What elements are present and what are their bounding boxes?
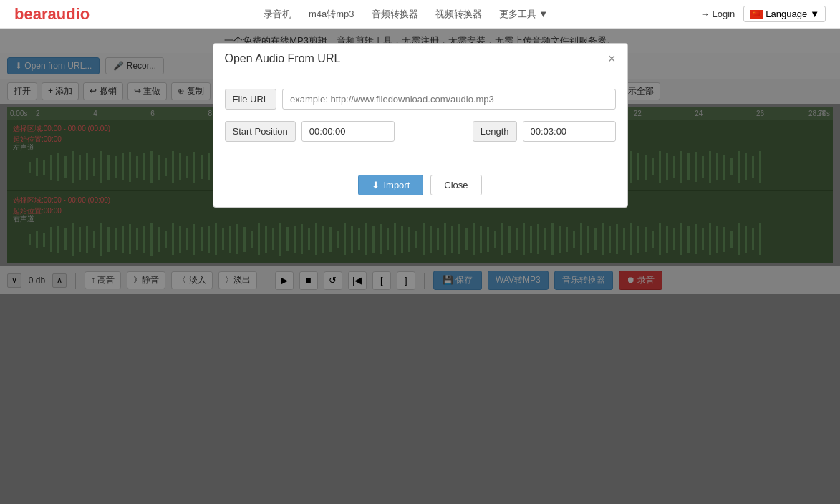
nav-m4a[interactable]: m4a转mp3: [309, 8, 354, 21]
nav-links: 录音机 m4a转mp3 音频转换器 视频转换器 更多工具 ▼: [111, 8, 700, 21]
file-url-row: File URL: [225, 89, 616, 110]
close-button[interactable]: Close: [430, 175, 481, 195]
modal-footer: ⬇ Import Close: [213, 168, 627, 207]
modal-title: Open Audio From URL: [225, 52, 341, 65]
file-url-input[interactable]: [282, 89, 615, 110]
main-area: 一个免费的在线MP3剪辑、音频剪辑工具，无需注册，无需安装，无需上传音频文件到服…: [0, 29, 840, 504]
length-label: Length: [473, 121, 517, 142]
header: bearaudio 录音机 m4a转mp3 音频转换器 视频转换器 更多工具 ▼…: [0, 0, 840, 29]
import-label: Import: [383, 180, 410, 190]
modal-body: File URL Start Position Length: [213, 74, 627, 168]
modal-header: Open Audio From URL ×: [213, 44, 627, 74]
chevron-down-icon: ▼: [810, 9, 819, 19]
language-button[interactable]: 🇨🇳 Language ▼: [743, 6, 826, 22]
start-position-label: Start Position: [225, 121, 296, 142]
length-input[interactable]: [523, 121, 616, 142]
position-row: Start Position Length: [225, 121, 616, 142]
logo-bear: bear: [14, 5, 47, 23]
logo: bearaudio: [14, 5, 90, 24]
nav-recorder[interactable]: 录音机: [264, 8, 291, 21]
start-position-input[interactable]: [301, 121, 395, 142]
import-button[interactable]: ⬇ Import: [358, 175, 423, 195]
download-icon: ⬇: [372, 180, 380, 190]
open-url-modal: Open Audio From URL × File URL Start Pos…: [213, 43, 628, 208]
language-label: Language: [766, 9, 807, 19]
nav-right: → Login 🇨🇳 Language ▼: [700, 6, 826, 22]
flag-icon: 🇨🇳: [750, 10, 763, 19]
logo-audio: audio: [47, 5, 90, 23]
login-label: Login: [712, 9, 735, 19]
nav-more[interactable]: 更多工具 ▼: [499, 8, 548, 21]
login-button[interactable]: → Login: [700, 9, 735, 19]
modal-close-button[interactable]: ×: [608, 52, 616, 65]
nav-audio[interactable]: 音频转换器: [372, 8, 418, 21]
login-icon: →: [700, 9, 710, 19]
file-url-label: File URL: [225, 89, 277, 110]
nav-video[interactable]: 视频转换器: [435, 8, 482, 21]
